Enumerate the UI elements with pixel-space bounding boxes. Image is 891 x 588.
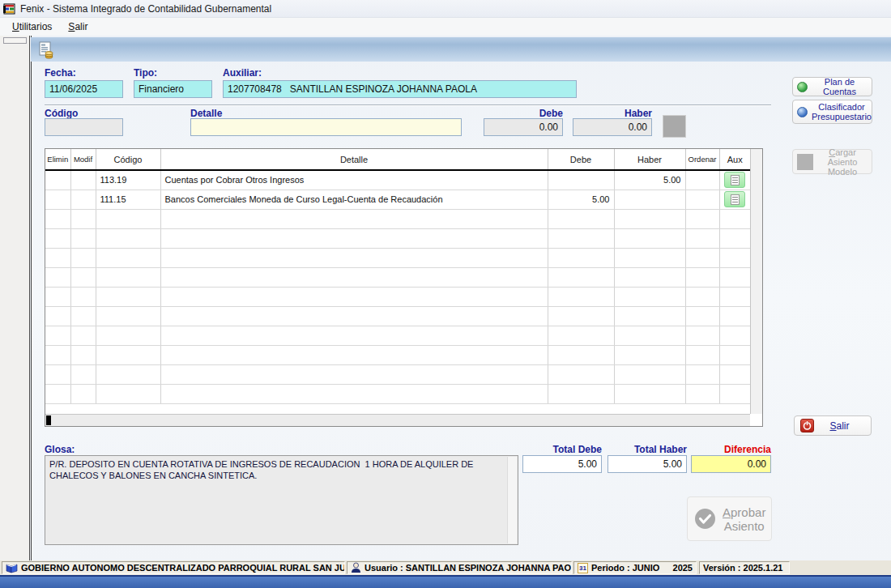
haber-cell	[614, 384, 685, 403]
codigo-cell	[96, 364, 160, 384]
aux-cell	[719, 287, 750, 306]
entries-header-row: Elimin Modif Código Detalle Debe Haber O…	[45, 149, 750, 170]
check-circle-icon	[694, 508, 716, 530]
modif-cell	[70, 267, 96, 287]
diferencia-label: Diferencia	[691, 444, 771, 455]
fecha-input[interactable]: 11/06/2025	[45, 80, 123, 98]
ordenar-cell	[685, 345, 719, 364]
aprobar-asiento-button[interactable]: AprobarAsiento	[687, 496, 772, 541]
debe-input[interactable]: 0.00	[484, 118, 563, 136]
status-user-panel: Usuario : SANTILLAN ESPINOZA JOHANNA PAO…	[347, 561, 572, 574]
aux-cell	[719, 306, 750, 326]
detalle-cell	[160, 228, 548, 248]
status-period-panel: 31 Periodo : JUNIO 2025	[573, 561, 697, 574]
aux-cell	[719, 364, 750, 384]
user-icon	[351, 562, 361, 573]
empty-row	[45, 326, 750, 345]
total-debe-label: Total Debe	[522, 444, 602, 455]
aux-notepad-button[interactable]	[724, 191, 745, 207]
salir-button[interactable]: Salir	[794, 415, 872, 436]
modif-cell	[70, 190, 96, 209]
status-period-year: 2025	[673, 563, 693, 573]
empty-row	[45, 228, 750, 248]
codigo-cell	[96, 326, 160, 345]
taskbar-strip[interactable]	[0, 575, 891, 588]
modif-cell	[70, 326, 96, 345]
aux-notepad-button[interactable]	[724, 172, 745, 188]
ordenar-cell	[685, 384, 719, 403]
elimin-cell	[45, 170, 70, 190]
debe-cell	[548, 209, 614, 228]
glosa-scrollbar[interactable]	[507, 457, 517, 543]
ordenar-cell	[685, 326, 719, 345]
col-ordenar: Ordenar	[685, 149, 719, 170]
aux-cell	[719, 228, 750, 248]
haber-cell	[614, 190, 685, 209]
debe-cell	[548, 364, 614, 384]
haber-cell	[614, 267, 685, 287]
entry-row[interactable]: 111.15Bancos Comerciales Moneda de Curso…	[45, 190, 750, 209]
col-codigo: Código	[96, 149, 160, 170]
elimin-cell	[45, 190, 70, 209]
auxiliar-input[interactable]: 1207708478 SANTILLAN ESPINOZA JOHANNA PA…	[223, 80, 577, 98]
detalle-cell	[160, 384, 548, 403]
debe-cell	[548, 267, 614, 287]
glosa-textarea[interactable]: P/R. DEPOSITO EN CUENTA ROTATIVA DE INGR…	[45, 455, 518, 545]
entry-row[interactable]: 113.19Cuentas por Cobrar Otros Ingresos5…	[45, 170, 750, 190]
auxiliar-label: Auxiliar:	[223, 67, 262, 79]
codigo-label: Código	[45, 108, 78, 119]
haber-label: Haber	[573, 108, 652, 119]
status-entity-panel: GOBIERNO AUTONOMO DESCENTRALIZADO PARROQ…	[2, 561, 345, 574]
detalle-cell: Cuentas por Cobrar Otros Ingresos	[160, 170, 548, 190]
fecha-label: Fecha:	[45, 67, 76, 79]
diferencia-value: 0.00	[691, 455, 771, 473]
title-bar: Fenix - Sistema Integrado de Contabilida…	[0, 0, 891, 18]
haber-cell	[614, 209, 685, 228]
status-period-text: Periodo : JUNIO	[591, 563, 659, 573]
grid-horizontal-scrollbar[interactable]	[45, 414, 750, 426]
elimin-cell	[45, 228, 70, 248]
clasificador-presupuestario-button[interactable]: Clasificador Presupuestario	[792, 100, 872, 124]
codigo-cell	[96, 209, 160, 228]
haber-cell	[614, 345, 685, 364]
detalle-label: Detalle	[190, 108, 222, 119]
entry-action-button[interactable]	[663, 115, 686, 138]
tipo-input[interactable]: Financiero	[134, 80, 212, 98]
debe-cell	[548, 287, 614, 306]
glosa-label: Glosa:	[45, 444, 75, 455]
codigo-cell: 113.19	[96, 170, 160, 190]
left-dock-strip	[0, 36, 30, 560]
codigo-input[interactable]	[45, 118, 123, 136]
codigo-cell	[96, 267, 160, 287]
modif-cell	[70, 228, 96, 248]
codigo-cell	[96, 345, 160, 364]
haber-input[interactable]: 0.00	[573, 118, 652, 136]
hscroll-thumb[interactable]	[46, 415, 51, 425]
grid-vertical-scrollbar[interactable]	[750, 149, 762, 414]
entries-grid: Elimin Modif Código Detalle Debe Haber O…	[45, 148, 763, 427]
aux-cell	[719, 326, 750, 345]
menu-salir[interactable]: Salir	[61, 19, 95, 34]
entries-table: Elimin Modif Código Detalle Debe Haber O…	[45, 149, 750, 404]
status-bar: GOBIERNO AUTONOMO DESCENTRALIZADO PARROQ…	[0, 560, 891, 575]
plan-de-cuentas-button[interactable]: Plan de Cuentas	[792, 77, 872, 96]
empty-row	[45, 384, 750, 403]
empty-row	[45, 209, 750, 228]
ordenar-cell	[685, 248, 719, 267]
debe-cell	[548, 384, 614, 403]
elimin-cell	[45, 345, 70, 364]
col-detalle: Detalle	[160, 149, 548, 170]
debe-cell	[548, 306, 614, 326]
menu-utilitarios[interactable]: Utilitarios	[5, 19, 59, 34]
detalle-cell	[160, 267, 548, 287]
aux-cell	[719, 190, 750, 209]
form-header-band	[31, 37, 891, 62]
detalle-input[interactable]	[190, 118, 462, 136]
status-version-panel: Versión : 2025.1.21	[699, 561, 790, 574]
cargar-asiento-modelo-button[interactable]: Cargar Asiento Modelo	[792, 149, 872, 174]
empty-row	[45, 267, 750, 287]
empty-row	[45, 345, 750, 364]
power-icon	[800, 419, 814, 432]
haber-cell	[614, 287, 685, 306]
ordenar-cell	[685, 287, 719, 306]
